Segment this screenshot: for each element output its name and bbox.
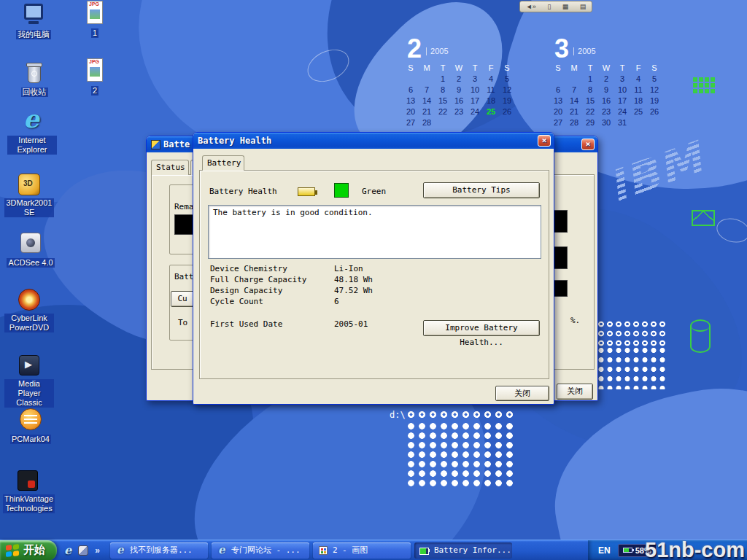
spec-value: 48.18 Wh	[334, 274, 373, 285]
calendar-day: 25	[483, 106, 499, 117]
ie-icon	[216, 545, 228, 556]
spec-row: Design Capacity47.52 Wh	[210, 285, 538, 296]
dialog-title: Battery Health	[198, 136, 271, 146]
calendar-day: 27	[550, 117, 566, 128]
taskbar-button-label: Battery Infor...	[434, 545, 511, 555]
calendar-day: 14	[419, 96, 435, 106]
calendar-day: 20	[403, 106, 419, 117]
desktop: IBM d:\ ◄» ▯ ▦ ▤ 2 2005 SMTWTFS123456789…	[0, 0, 747, 560]
calendar-day: 16	[598, 96, 614, 106]
calendar-empty-cell	[630, 117, 646, 128]
spec-row: First Used Date 2005-01	[210, 319, 368, 330]
calendar-day: 9	[598, 85, 614, 96]
calendar-day-header: M	[419, 63, 435, 74]
calendar-day: 22	[435, 106, 451, 117]
battery-icon	[419, 545, 430, 556]
calendar-day-header: T	[435, 63, 451, 74]
calendar-day-header: W	[451, 63, 467, 74]
calendar-empty-cell	[403, 74, 419, 85]
spec-value: Li-Ion	[334, 263, 363, 274]
envelope-icon	[692, 210, 715, 226]
keypad-icon	[693, 77, 715, 93]
taskbar-button[interactable]: 找不到服务器...	[110, 542, 208, 559]
calendar-day: 17	[467, 96, 483, 106]
paint-icon	[317, 545, 329, 556]
taskbar-button[interactable]: 2 - 画图	[313, 542, 411, 559]
spec-label: Design Capacity	[210, 285, 334, 296]
taskbar-button[interactable]: 专门网论坛 - ...	[212, 542, 309, 559]
calendar-day: 26	[646, 106, 662, 117]
calendar-empty-cell	[419, 74, 435, 85]
calendar-day: 2	[451, 74, 467, 85]
calendar-year: 2005	[426, 47, 448, 55]
calendar-day: 23	[451, 106, 467, 117]
bgwin-close-button[interactable]: 关闭	[557, 384, 593, 400]
dialog-close-button[interactable]: 关闭	[495, 386, 549, 401]
calendar-grid: SMTWTFS123456789101112131415161718192021…	[550, 63, 665, 128]
calendar-day: 7	[419, 85, 435, 96]
calendar-day: 3	[614, 74, 630, 85]
quick-launch: e »	[57, 543, 107, 557]
spec-row: Cycle Count6	[210, 296, 538, 307]
calendar-day: 20	[550, 106, 566, 117]
mute-icon[interactable]: ▯	[547, 3, 551, 10]
calendar-day: 16	[451, 96, 467, 106]
media-quicklaunch-icon[interactable]	[78, 545, 88, 556]
calendar-day: 5	[646, 74, 662, 85]
calendar-day: 26	[499, 106, 515, 117]
wallpaper-swirl	[714, 215, 747, 246]
calendar-day: 11	[483, 85, 499, 96]
calendar-empty-cell	[435, 117, 451, 128]
taskbar-button-label: 专门网论坛 - ...	[231, 545, 301, 556]
language-indicator[interactable]: EN	[598, 545, 611, 556]
dialog-close-icon[interactable]: ×	[538, 135, 551, 147]
ie-quicklaunch-icon[interactable]: e	[64, 543, 71, 557]
battery-icon	[298, 187, 315, 196]
keyboard-icon[interactable]: ▤	[580, 3, 587, 10]
dot-pattern	[597, 346, 667, 389]
calendar-day: 13	[403, 96, 419, 106]
tab-status[interactable]: Status	[151, 160, 189, 175]
calendar-day: 3	[467, 74, 483, 85]
start-button[interactable]: 开始	[0, 540, 57, 560]
dialog-tabpage: Battery Health Green Battery Tips The ba…	[199, 170, 549, 379]
calendar-day: 2	[598, 74, 614, 85]
dot-pattern	[406, 421, 516, 487]
display-icon[interactable]: ▦	[562, 3, 569, 10]
dot-pattern	[597, 319, 667, 347]
calendar-day: 15	[435, 96, 451, 106]
health-status-indicator	[334, 183, 349, 198]
calendar-day: 31	[614, 117, 630, 128]
calendar-day: 21	[419, 106, 435, 117]
battery-tips-button[interactable]: Battery Tips	[423, 182, 540, 198]
dialog-titlebar[interactable]: Battery Health ×	[193, 133, 554, 149]
taskbar-task-area: 找不到服务器...专门网论坛 - ...2 - 画图Battery Infor.…	[107, 542, 588, 559]
health-status-text: Green	[362, 187, 386, 196]
calendar-day: 27	[403, 117, 419, 128]
condition-textbox: The battery is in good condition.	[208, 205, 541, 259]
calendar-day: 28	[419, 117, 435, 128]
osd-toolbar[interactable]: ◄» ▯ ▦ ▤	[519, 1, 592, 12]
calendar-day: 4	[483, 74, 499, 85]
calendar-empty-cell	[566, 74, 582, 85]
calendar-day-header: M	[566, 63, 582, 74]
calendar-header: 3 2005	[554, 36, 665, 61]
calendar-day: 24	[467, 106, 483, 117]
tab-battery[interactable]: Battery	[202, 155, 244, 171]
calendar-empty-cell	[483, 117, 499, 128]
taskbar-button[interactable]: Battery Infor...	[414, 542, 512, 559]
calendar-month: 3	[554, 36, 569, 61]
calendar-day: 15	[582, 96, 598, 106]
current-button-fragment[interactable]: Cu	[171, 291, 194, 307]
calendar-day: 7	[566, 85, 582, 96]
bgwin-close-icon[interactable]: ×	[581, 139, 595, 150]
spec-label: Device Chemistry	[210, 263, 334, 274]
volume-icon[interactable]: ◄»	[526, 3, 536, 10]
improve-battery-health-button[interactable]: Improve Battery Health...	[423, 320, 540, 336]
calendar-day: 19	[646, 96, 662, 106]
calendar-day-header: T	[467, 63, 483, 74]
calendar-day: 18	[483, 96, 499, 106]
chevron-right-icon[interactable]: »	[95, 545, 100, 556]
calendar-day: 6	[550, 85, 566, 96]
calendar-day: 13	[550, 96, 566, 106]
